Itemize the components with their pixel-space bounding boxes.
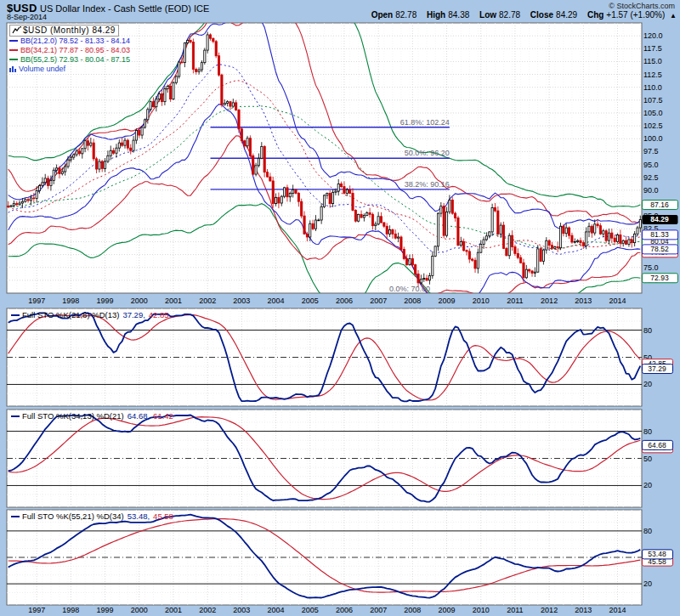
svg-text:2012: 2012 <box>541 297 558 305</box>
k-line-sample <box>11 314 20 316</box>
volume-icon <box>9 65 17 72</box>
svg-text:2011: 2011 <box>507 606 523 614</box>
low-label: Low <box>479 10 496 20</box>
svg-text:1999: 1999 <box>97 297 114 305</box>
svg-text:2014: 2014 <box>609 297 626 305</box>
svg-text:1998: 1998 <box>62 606 79 614</box>
svg-text:105.0: 105.0 <box>643 109 663 117</box>
high-label: High <box>427 10 445 20</box>
svg-text:95.0: 95.0 <box>643 161 659 169</box>
svg-text:2002: 2002 <box>199 606 216 614</box>
chg-value: +1.57 (+1.90%) <box>606 10 665 20</box>
sto3-k-value: 53.48, <box>128 511 150 521</box>
svg-text:2009: 2009 <box>439 606 456 614</box>
svg-text:1998: 1998 <box>62 297 79 305</box>
svg-text:61.8%: 102.24: 61.8%: 102.24 <box>400 118 450 127</box>
svg-text:2004: 2004 <box>268 606 285 614</box>
svg-text:2002: 2002 <box>199 297 216 305</box>
sto1-name: Full STO %K(21,8) %D(13) <box>22 310 119 319</box>
sto-panel-1: 80502042.8537.29 <box>7 308 673 406</box>
svg-text:115.0: 115.0 <box>643 57 662 65</box>
svg-text:2004: 2004 <box>268 297 285 305</box>
sto3-d-value: 45.58 <box>153 511 173 521</box>
chart-date: 8-Sep-2014 <box>7 13 47 21</box>
svg-text:2010: 2010 <box>473 606 490 614</box>
svg-text:117.5: 117.5 <box>643 44 662 53</box>
open-value: 82.78 <box>395 10 416 20</box>
svg-text:97.5: 97.5 <box>643 147 659 155</box>
svg-text:2008: 2008 <box>404 606 421 614</box>
bottom-axis: 1997199819992000200120022003200420052006… <box>28 606 626 614</box>
svg-text:20: 20 <box>643 579 652 588</box>
svg-text:1997: 1997 <box>28 297 45 305</box>
svg-text:38.2%: 90.16: 38.2%: 90.16 <box>405 180 450 189</box>
sto2-d-value: 61.42 <box>153 411 173 421</box>
bb55-legend-text: BB(55,2.5) 72.93 - 80.04 - 87.15 <box>20 55 130 64</box>
svg-text:72.93: 72.93 <box>650 274 669 282</box>
svg-text:2007: 2007 <box>370 606 387 614</box>
svg-text:102.5: 102.5 <box>643 122 663 130</box>
sto1-d-value: 42.85 <box>149 310 169 319</box>
svg-text:84.29: 84.29 <box>650 215 669 223</box>
svg-text:2000: 2000 <box>131 606 148 614</box>
main-legend: $USD (Monthly) 84.29 BB(21,2.0) 78.52 - … <box>9 25 130 74</box>
open-label: Open <box>371 10 394 20</box>
svg-text:2000: 2000 <box>131 297 148 305</box>
svg-text:20: 20 <box>643 481 652 489</box>
symbol-legend-row: $USD (Monthly) 84.29 <box>9 25 119 37</box>
sto2-legend: Full STO %K(34,13) %D(21)64.68,61.42 <box>11 411 173 421</box>
high-value: 84.38 <box>448 10 469 20</box>
svg-text:37.29: 37.29 <box>648 365 666 373</box>
svg-text:2014: 2014 <box>609 606 626 614</box>
sto3-legend: Full STO %K(55,21) %D(34)53.48,45.58 <box>11 511 173 521</box>
sto1-legend: Full STO %K(21,8) %D(13)37.29,42.85 <box>11 310 169 319</box>
svg-text:100.0: 100.0 <box>643 134 663 143</box>
svg-text:0.0%: 70.60: 0.0%: 70.60 <box>389 285 430 293</box>
svg-text:2011: 2011 <box>507 297 523 305</box>
svg-text:2010: 2010 <box>473 297 490 305</box>
svg-text:81.33: 81.33 <box>650 230 669 239</box>
sto-panel-2: 80502061.4264.68 <box>7 410 673 507</box>
volume-legend-text: Volume undef <box>19 65 65 73</box>
copyright: © StockCharts.com <box>609 2 675 10</box>
bb21-legend-text: BB(21,2.0) 78.52 - 81.33 - 84.14 <box>20 37 130 45</box>
svg-text:110.0: 110.0 <box>643 83 662 92</box>
close-label: Close <box>530 10 553 20</box>
symbol-legend-text: $USD (Monthly) 84.29 <box>23 25 116 35</box>
ohlc-quote: Open82.78 High84.38 Low82.78 Close84.29 … <box>364 10 677 20</box>
svg-text:87.16: 87.16 <box>650 201 669 209</box>
svg-text:2006: 2006 <box>336 297 353 305</box>
svg-text:80: 80 <box>643 527 652 535</box>
volume-legend: Volume undef <box>9 65 130 74</box>
svg-text:80: 80 <box>643 326 652 335</box>
svg-text:80: 80 <box>643 427 652 436</box>
svg-text:2006: 2006 <box>336 606 353 614</box>
svg-text:2005: 2005 <box>302 606 319 614</box>
sto1-k-value: 37.29, <box>122 310 144 319</box>
svg-text:2013: 2013 <box>575 606 592 614</box>
svg-text:2001: 2001 <box>165 606 182 614</box>
svg-text:2007: 2007 <box>370 297 387 305</box>
chg-label: Chg <box>587 10 604 20</box>
svg-text:120.0: 120.0 <box>643 31 663 40</box>
sto-panel-3: 80502045.5853.48 <box>7 510 673 605</box>
chart-canvas: 72.575.077.580.082.585.087.590.092.595.0… <box>0 0 680 616</box>
svg-text:2003: 2003 <box>233 297 250 305</box>
svg-text:2008: 2008 <box>404 297 421 305</box>
sto2-k-value: 64.68, <box>128 411 150 421</box>
svg-text:1999: 1999 <box>97 606 114 614</box>
svg-text:112.5: 112.5 <box>643 71 662 79</box>
svg-text:107.5: 107.5 <box>643 96 663 105</box>
svg-text:2003: 2003 <box>233 606 250 614</box>
sto3-name: Full STO %K(55,21) %D(34) <box>22 511 124 521</box>
svg-text:53.48: 53.48 <box>648 550 666 558</box>
svg-text:2012: 2012 <box>541 606 558 614</box>
bb34-line-sample <box>9 49 18 51</box>
svg-text:50: 50 <box>643 455 652 463</box>
bb55-line-sample <box>9 59 18 60</box>
close-value: 84.29 <box>556 10 577 20</box>
svg-text:78.52: 78.52 <box>650 245 669 253</box>
svg-text:64.68: 64.68 <box>648 441 666 449</box>
bb55-legend: BB(55,2.5) 72.93 - 80.04 - 87.15 <box>9 55 130 65</box>
svg-text:92.5: 92.5 <box>643 173 659 182</box>
